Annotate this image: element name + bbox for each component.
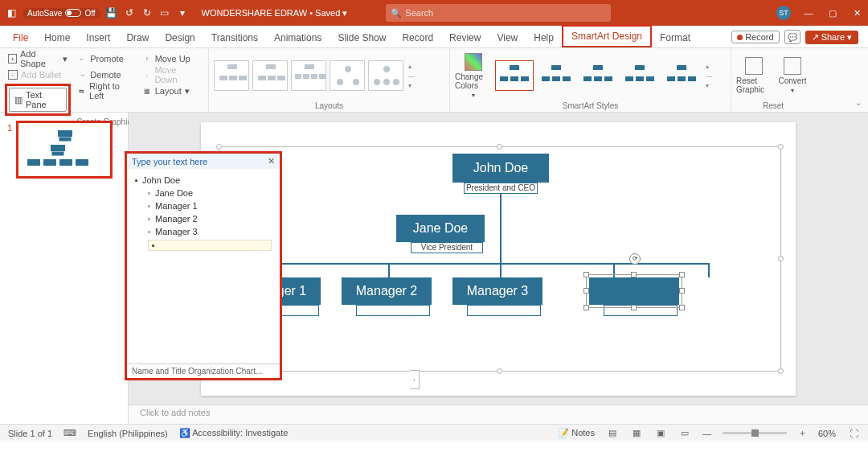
slide[interactable]: John Doe President and CEO Jane Doe Vice… — [201, 122, 796, 396]
styles-more-button[interactable]: ▴—▾ — [704, 63, 714, 89]
zoom-in-button[interactable]: ＋ — [798, 427, 807, 439]
style-option-1[interactable] — [495, 60, 534, 91]
textpane-close-icon[interactable]: ✕ — [268, 156, 275, 166]
layout-option-5[interactable] — [368, 60, 403, 91]
tab-slideshow[interactable]: Slide Show — [330, 28, 394, 47]
org-node-vp[interactable]: Jane Doe — [396, 215, 485, 242]
spellcheck-icon[interactable]: ⌨ — [63, 428, 76, 438]
textpane-item-active[interactable] — [148, 240, 272, 251]
zoom-out-button[interactable]: — — [702, 429, 711, 438]
normal-view-icon[interactable]: ▤ — [606, 428, 619, 439]
style-option-5[interactable] — [662, 60, 701, 91]
file-name[interactable]: WONDERSHARE EDRAW • Saved ▾ — [202, 8, 348, 18]
textpane-icon: ▥ — [14, 95, 23, 105]
layout-option-3[interactable] — [291, 60, 326, 91]
reset-graphic-button[interactable]: Reset Graphic — [736, 51, 772, 100]
collapse-ribbon-icon[interactable]: ⌄ — [855, 98, 862, 107]
palette-icon — [465, 53, 482, 71]
tab-animations[interactable]: Animations — [266, 28, 330, 47]
org-subtitle-m2[interactable] — [356, 305, 430, 316]
save-icon[interactable]: 💾 — [105, 6, 118, 19]
rtl-icon: ⇆ — [77, 86, 86, 96]
textpane-item-4[interactable]: Manager 3 — [135, 225, 272, 238]
accessibility-button[interactable]: ♿ Accessibility: Investigate — [179, 428, 289, 438]
comments-icon[interactable]: 💬 — [784, 30, 800, 44]
style-option-2[interactable] — [537, 60, 575, 91]
title-bar: ◧ AutoSave Off 💾 ↺ ↻ ▭ ▾ WONDERSHARE EDR… — [0, 0, 868, 26]
org-subtitle-vp[interactable]: Vice President — [411, 242, 483, 253]
convert-button[interactable]: Convert▾ — [775, 51, 810, 100]
org-subtitle-m3[interactable] — [467, 305, 541, 316]
text-pane-panel[interactable]: Type your text here ✕ John Doe Jane Doe … — [125, 151, 282, 380]
style-option-4[interactable] — [620, 60, 659, 91]
tab-design[interactable]: Design — [157, 28, 203, 47]
tab-insert[interactable]: Insert — [78, 28, 118, 47]
language-button[interactable]: English (Philippines) — [88, 429, 168, 438]
textpane-item-3[interactable]: Manager 2 — [135, 212, 272, 225]
from-beginning-icon[interactable]: ▭ — [158, 6, 171, 19]
tab-format[interactable]: Format — [652, 28, 698, 47]
layout-option-1[interactable] — [214, 60, 249, 91]
promote-button[interactable]: ←Promote — [74, 51, 135, 66]
redo-icon[interactable]: ↻ — [141, 6, 154, 19]
add-shape-button[interactable]: +Add Shape ▾ — [5, 51, 71, 66]
autosave-label: AutoSave — [27, 9, 62, 18]
org-chart: John Doe President and CEO Jane Doe Vice… — [219, 147, 780, 371]
layout-option-2[interactable] — [252, 60, 288, 91]
org-subtitle-ceo[interactable]: President and CEO — [464, 183, 538, 194]
qat-dropdown-icon[interactable]: ▾ — [176, 6, 189, 19]
reading-view-icon[interactable]: ▣ — [654, 428, 667, 439]
notes-toggle[interactable]: 📝 Notes — [558, 428, 595, 438]
org-node-ceo[interactable]: John Doe — [452, 154, 549, 183]
tab-help[interactable]: Help — [526, 28, 562, 47]
slide-thumbnail-pane[interactable]: 1 — [0, 113, 129, 424]
fit-to-window-icon[interactable]: ⛶ — [847, 428, 860, 439]
textpane-item-1[interactable]: Jane Doe — [135, 187, 272, 199]
zoom-slider[interactable] — [723, 432, 787, 434]
tab-file[interactable]: File — [5, 28, 36, 47]
ribbon-tabs: File Home Insert Draw Design Transitions… — [0, 26, 868, 48]
minimize-icon[interactable]: — — [802, 8, 815, 18]
user-avatar[interactable]: ST — [776, 6, 791, 20]
change-colors-button[interactable]: Change Colors▾ — [455, 51, 492, 100]
autosave-toggle[interactable]: AutoSave Off — [23, 8, 100, 18]
search-input[interactable] — [405, 8, 606, 18]
close-icon[interactable]: ✕ — [850, 8, 863, 18]
tab-review[interactable]: Review — [441, 28, 489, 47]
textpane-item-2[interactable]: Manager 1 — [135, 199, 272, 212]
tab-transitions[interactable]: Transitions — [203, 28, 266, 47]
tab-draw[interactable]: Draw — [118, 28, 157, 47]
move-up-button[interactable]: ↑Move Up — [139, 51, 203, 66]
org-node-m3[interactable]: Manager 3 — [452, 277, 542, 305]
smartart-frame[interactable]: John Doe President and CEO Jane Doe Vice… — [219, 146, 781, 372]
tab-record[interactable]: Record — [394, 28, 441, 47]
undo-icon[interactable]: ↺ — [123, 6, 136, 19]
share-button[interactable]: ↗ Share ▾ — [805, 31, 858, 44]
tab-home[interactable]: Home — [36, 28, 78, 47]
search-box[interactable]: 🔍 — [386, 4, 611, 22]
textpane-item-0[interactable]: John Doe — [135, 174, 272, 187]
sorter-view-icon[interactable]: ▦ — [630, 428, 643, 439]
right-to-left-button[interactable]: ⇆Right to Left — [74, 84, 135, 98]
tab-smartart-design[interactable]: SmartArt Design — [562, 25, 652, 47]
slide-thumbnail-1[interactable]: 1 — [16, 121, 113, 179]
maximize-icon[interactable]: ▢ — [826, 8, 839, 18]
zoom-level[interactable]: 60% — [818, 429, 836, 438]
org-node-m2[interactable]: Manager 2 — [342, 277, 432, 305]
movedown-icon: ↓ — [142, 70, 152, 80]
slideshow-view-icon[interactable]: ▭ — [678, 428, 691, 439]
style-option-3[interactable] — [579, 60, 617, 91]
record-button[interactable]: Record — [731, 31, 779, 43]
textpane-list[interactable]: John Doe Jane Doe Manager 1 Manager 2 Ma… — [127, 169, 280, 364]
layout-button[interactable]: ▦Layout ▾ — [139, 84, 203, 98]
text-pane-button[interactable]: ▥Text Pane — [9, 88, 67, 112]
tab-view[interactable]: View — [489, 28, 526, 47]
layouts-more-button[interactable]: ▴—▾ — [407, 63, 416, 89]
rotate-handle-icon[interactable]: ⟳ — [629, 253, 641, 265]
textpane-expand-tab[interactable]: › — [410, 370, 420, 389]
svg-rect-19 — [688, 76, 696, 81]
svg-rect-2 — [510, 76, 518, 81]
demote-button[interactable]: →Demote — [74, 68, 135, 82]
notes-pane[interactable]: Click to add notes — [129, 405, 868, 424]
layout-option-4[interactable] — [330, 60, 365, 91]
